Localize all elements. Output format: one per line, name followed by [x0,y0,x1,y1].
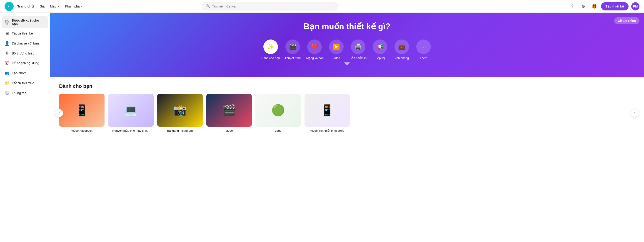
template-card-facebook-video[interactable]: 📱 Video Facebook [59,94,104,132]
design-type-video[interactable]: ▶️ Video [327,39,346,60]
print-circle: 🖨️ [351,39,366,54]
mobile-video-thumb-icon: 📱 [320,104,334,117]
sidebar-item-shared[interactable]: 👤 Đã chia sẻ với bạn [2,39,48,48]
video-icon: ▶️ [333,43,340,50]
template-card-prototype[interactable]: 💻 Nguyên mẫu cho máy tính... [108,94,154,132]
template-card-mobile-video[interactable]: 📱 Video trên thiết bị di động [304,94,350,132]
settings-icon[interactable]: ⚙ [579,2,588,10]
for-you-icon: ✨ [267,43,274,50]
sidebar-item-label: Được đề xuất cho bạn [12,19,45,26]
template-carousel: ‹ 📱 Video Facebook 💻 Nguyên mẫu cho máy … [59,94,635,132]
main-content: Cỡ tùy chỉnh Bạn muốn thiết kế gì? ✨ Dàn… [50,13,644,242]
help-icon[interactable]: ? [568,2,576,10]
sidebar-item-brand[interactable]: © Bộ thương hiệu [2,49,48,58]
logo-thumbnail: 🟢 [256,94,301,127]
design-type-social[interactable]: ❤️ Mạng xã hội [306,39,324,60]
logo-name: Logo [256,129,301,132]
sidebar-item-label: Bộ thương hiệu [12,51,34,55]
presentation-icon: 🎬 [289,43,296,50]
print-icon: 🖨️ [354,43,362,50]
video-circle: ▶️ [329,39,344,54]
canva-logo[interactable]: C [4,2,14,11]
more-circle: ··· [416,39,431,54]
prototype-thumbnail: 💻 [108,94,154,127]
search-icon: 🔍 [206,4,210,8]
gift-icon[interactable]: 🎁 [590,2,598,10]
for-you-circle: ✨ [263,39,278,54]
marketing-icon: 📢 [376,43,384,50]
sidebar-item-recommended[interactable]: 🏠 Được đề xuất cho bạn [2,16,48,28]
presentation-label: Thuyết trình [285,56,301,60]
sidebar: 🏠 Được đề xuất cho bạn ⊞ Tất cả thiết kế… [0,13,50,242]
content-plan-icon: 📅 [4,61,10,66]
template-card-instagram-post[interactable]: 📸 Bài đăng Instagram [157,94,203,132]
design-type-print[interactable]: 🖨️ Sản phẩm in [349,39,367,60]
video-thumbnail: 🎬 [206,94,252,127]
facebook-video-thumb-icon: 📱 [75,104,88,117]
more-label: Thêm [420,56,427,60]
office-circle: 💼 [394,39,409,54]
hero-arrow-indicator [64,62,630,66]
design-type-office[interactable]: 💼 Văn phòng [393,39,411,60]
marketing-circle: 📢 [373,39,387,54]
hero-banner: Cỡ tùy chỉnh Bạn muốn thiết kế gì? ✨ Dàn… [50,13,644,77]
template-card-logo[interactable]: 🟢 Logo [256,94,301,132]
sidebar-item-content-plan[interactable]: 📅 Kế hoạch nội dung [2,58,48,68]
content-section: Dành cho bạn ‹ 📱 Video Facebook 💻 Nguyên… [50,77,644,139]
sidebar-item-trash[interactable]: 🗑️ Thùng rác [2,88,48,98]
nav-home[interactable]: Trang chủ [17,4,34,8]
logo-thumb-icon: 🟢 [271,104,285,117]
sidebar-item-label: Kế hoạch nội dung [12,61,39,65]
mobile-video-thumbnail: 📱 [304,94,350,127]
template-grid: 📱 Video Facebook 💻 Nguyên mẫu cho máy tí… [59,94,635,132]
nav-price[interactable]: Giá [38,3,47,9]
custom-size-button[interactable]: Cỡ tùy chỉnh [614,17,640,24]
hero-title: Bạn muốn thiết kế gì? [64,22,630,31]
nav-templates[interactable]: Mẫu ▼ [48,3,62,9]
nav-links: Giá Mẫu ▼ Khám phá ▼ [38,3,85,9]
sidebar-item-label: Tất cả thiết kế [12,31,33,35]
social-circle: ❤️ [307,39,322,54]
nav-explore[interactable]: Khám phá ▼ [63,3,85,9]
prototype-thumb-icon: 💻 [124,104,138,117]
design-type-presentation[interactable]: 🎬 Thuyết trình [284,39,302,60]
more-icon: ··· [421,43,426,50]
print-label: Sản phẩm in [350,56,367,60]
office-label: Văn phòng [394,56,409,60]
avatar[interactable]: PM [631,2,640,10]
shared-icon: 👤 [4,41,10,46]
office-icon: 💼 [398,43,406,50]
carousel-next-button[interactable]: › [631,109,639,117]
carousel-prev-button[interactable]: ‹ [55,109,63,117]
sidebar-item-all-folders[interactable]: 📁 Tất cả thư mục [2,78,48,88]
create-design-button[interactable]: Tạo thiết kế [601,2,628,10]
design-types: ✨ Dành cho bạn 🎬 Thuyết trình ❤️ Mạng xã… [64,39,630,60]
sidebar-item-create-group[interactable]: 👥 Tạo nhóm [2,68,48,78]
for-you-label: Dành cho bạn [261,56,280,60]
sidebar-item-label: Thùng rác [12,91,26,95]
video-name: Video [206,129,252,132]
all-folders-icon: 📁 [4,81,10,86]
design-type-more[interactable]: ··· Thêm [414,39,433,60]
main-layout: 🏠 Được đề xuất cho bạn ⊞ Tất cả thiết kế… [0,13,644,242]
video-thumb-icon: 🎬 [222,104,236,117]
social-label: Mạng xã hội [306,56,323,60]
arrow-down-icon [344,62,350,66]
sidebar-item-label: Tạo nhóm [12,71,26,75]
header: C Trang chủ Giá Mẫu ▼ Khám phá ▼ 🔍 ? ⚙ 🎁… [0,0,644,13]
video-label: Video [332,56,340,60]
section-title: Dành cho bạn [59,83,635,89]
recommended-icon: 🏠 [4,20,10,25]
create-group-icon: 👥 [4,71,10,76]
instagram-post-thumb-icon: 📸 [173,104,187,117]
marketing-label: Tiếp thị [375,56,385,60]
template-card-video[interactable]: 🎬 Video [206,94,252,132]
sidebar-item-all-designs[interactable]: ⊞ Tất cả thiết kế [2,29,48,38]
search-bar[interactable]: 🔍 [202,2,338,10]
design-type-for-you[interactable]: ✨ Dành cho bạn [261,39,280,60]
sidebar-item-label: Đã chia sẻ với bạn [12,41,39,45]
search-input[interactable] [212,4,334,8]
design-type-marketing[interactable]: 📢 Tiếp thị [371,39,389,60]
facebook-video-name: Video Facebook [59,129,104,132]
explore-chevron-icon: ▼ [81,5,83,7]
